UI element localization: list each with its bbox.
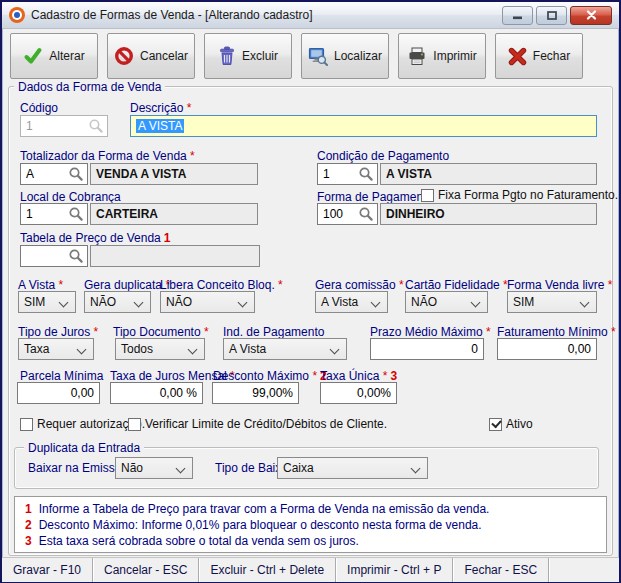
app-window: Cadastro de Formas de Venda - [Alterando… [0,0,621,583]
cartao-fidelidade-label: Cartão Fidelidade * [405,278,508,292]
imprimir-label: Imprimir [433,49,476,63]
fixa-forma-pgto-checkbox[interactable]: Fixa Forma Pgto no Faturamento. [421,188,618,202]
check-icon [23,46,43,66]
excluir-label: Excluir [242,49,278,63]
tipo-documento-dropdown[interactable]: Todos [115,338,205,360]
tabela-preco-name-display [90,245,260,267]
statusbar: Gravar - F10 Cancelar - ESC Excluir - Ct… [2,557,619,582]
statusbar-gravar: Gravar - F10 [2,558,93,582]
tipo-juros-label: Tipo de Juros * [18,325,98,339]
cancelar-label: Cancelar [140,49,188,63]
checkbox-box[interactable] [128,418,141,431]
descricao-label: Descrição * [130,101,191,115]
totalizador-code-input[interactable]: A [20,163,88,185]
verificar-limite-label: Verificar Limite de Crédito/Débitos de C… [145,417,387,431]
forma-venda-livre-label: Forma Venda livre * [507,278,612,292]
ind-pagamento-dropdown[interactable]: A Vista [223,338,347,360]
fixa-forma-pgto-label: Fixa Forma Pgto no Faturamento. [438,188,618,202]
statusbar-fechar: Fechar - ESC [453,558,549,582]
tipo-juros-dropdown[interactable]: Taxa [18,338,94,360]
prazo-medio-input[interactable]: 0 [370,338,484,360]
tipo-baixa-dropdown[interactable]: Caixa [277,457,428,479]
gera-duplicata-label: Gera duplicata * [84,278,170,292]
prazo-medio-label: Prazo Médio Máximo * [370,325,491,339]
alterar-button[interactable]: Alterar [10,33,98,79]
maximize-icon [547,11,557,20]
totalizador-name-display: VENDA A VISTA [90,163,258,185]
desconto-maximo-input[interactable]: 99,00% [212,382,299,404]
checkbox-box[interactable] [489,418,502,431]
dados-group-title: Dados da Forma de Venda [14,80,165,94]
maximize-button[interactable] [536,6,567,25]
titlebar: Cadastro de Formas de Venda - [Alterando… [2,2,619,29]
libera-conceito-dropdown[interactable]: NÃO [160,291,255,313]
fechar-button[interactable]: Fechar [495,33,583,79]
cartao-fidelidade-dropdown[interactable]: NÃO [405,291,488,313]
fechar-label: Fechar [533,49,570,63]
close-button[interactable] [570,6,612,25]
statusbar-cancelar: Cancelar - ESC [93,558,199,582]
parcela-minima-input[interactable]: 0,00 [17,382,100,404]
statusbar-excluir: Excluir - Ctrl + Delete [199,558,336,582]
checkbox-box[interactable] [20,418,33,431]
faturamento-minimo-label: Faturamento Mínimo * [497,325,616,339]
condicao-label: Condição de Pagamento [317,149,449,163]
search-icon[interactable] [68,166,84,182]
desconto-maximo-label: Desconto Máximo *2 [213,369,327,383]
parcela-minima-label: Parcela Mínima [20,369,103,383]
taxa-juros-mensal-input[interactable]: 0,00 % [110,382,203,404]
ativo-label: Ativo [506,417,533,431]
taxa-unica-label: Taxa Única *3 [320,369,397,383]
localizar-button[interactable]: Localizar [301,33,389,79]
verificar-limite-checkbox[interactable]: Verificar Limite de Crédito/Débitos de C… [128,417,387,431]
trash-icon [218,46,236,66]
note-line: 1Informe a Tabela de Preço para travar c… [25,501,596,517]
gera-duplicata-dropdown[interactable]: NÃO [84,291,151,313]
forma-venda-livre-dropdown[interactable]: SIM [507,291,597,313]
descricao-input[interactable]: A VISTA [130,115,597,137]
ind-pagamento-label: Ind. de Pagamento [223,325,324,339]
imprimir-button[interactable]: Imprimir [398,33,486,79]
forma-pagamento-label: Forma de Pagamento [317,190,433,204]
condicao-name-display: A VISTA [380,163,597,185]
tipo-documento-label: Tipo Documento * [113,325,209,339]
note-line: 3Esta taxa será cobrada sobre o total da… [25,533,596,549]
libera-conceito-label: Libera Conceito Bloq. * [160,278,283,292]
checkbox-box[interactable] [421,189,434,202]
toolbar: Alterar Cancelar Excluir Localizar Impri… [2,28,619,84]
forma-pagamento-code-input[interactable]: 100 [317,203,378,225]
excluir-button[interactable]: Excluir [204,33,292,79]
cancelar-button[interactable]: Cancelar [107,33,195,79]
codigo-label: Código [20,101,58,115]
search-icon[interactable] [68,206,84,222]
baixar-emissao-dropdown[interactable]: Não [115,457,193,479]
printer-icon [407,47,427,66]
monitor-search-icon [308,47,328,66]
search-icon[interactable] [358,166,374,182]
search-icon[interactable] [358,206,374,222]
local-cobranca-label: Local de Cobrança [20,190,121,204]
close-x-icon [508,47,527,66]
taxa-unica-input[interactable]: 0,00% [320,382,397,404]
window-title: Cadastro de Formas de Venda - [Alterando… [31,8,313,22]
totalizador-label: Totalizador da Forma de Venda * [20,149,195,163]
forma-pagamento-name-display: DINHEIRO [380,203,597,225]
requer-autorizacao-checkbox[interactable]: Requer autorização. [20,417,145,431]
tabela-preco-code-input[interactable] [20,245,88,267]
minimize-button[interactable] [502,6,533,25]
local-cobranca-code-input[interactable]: 1 [20,203,88,225]
close-icon [586,10,597,20]
faturamento-minimo-input[interactable]: 0,00 [497,338,597,360]
search-icon[interactable] [68,248,84,264]
a-vista-dropdown[interactable]: SIM [18,291,76,313]
search-icon[interactable] [88,118,104,134]
local-cobranca-name-display: CARTEIRA [90,203,258,225]
condicao-code-input[interactable]: 1 [317,163,378,185]
gera-comissao-dropdown[interactable]: A Vista [315,291,388,313]
window-controls [502,6,612,25]
gera-comissao-label: Gera comissão * [315,278,404,292]
selected-text: A VISTA [136,119,184,133]
codigo-input[interactable]: 1 [20,115,108,137]
minimize-icon [512,11,523,20]
ativo-checkbox[interactable]: Ativo [489,417,533,431]
